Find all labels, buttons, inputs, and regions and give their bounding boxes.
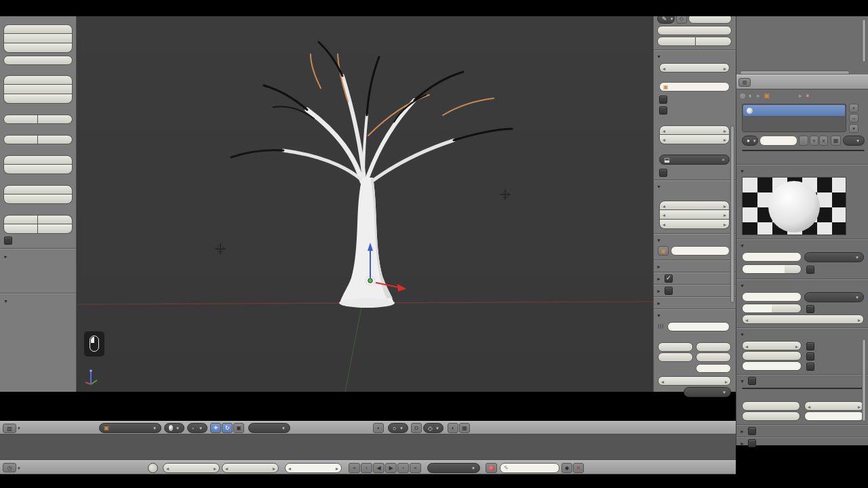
specular-expander-icon[interactable]: ▼ bbox=[740, 283, 745, 288]
ambient-slider[interactable] bbox=[742, 351, 802, 361]
autokey-record-button[interactable] bbox=[486, 463, 497, 473]
screencast-x-field[interactable] bbox=[696, 342, 731, 352]
mode-dropdown[interactable]: ▣▼ bbox=[99, 423, 161, 433]
translate-button[interactable] bbox=[3, 24, 73, 34]
gp-erase-button[interactable] bbox=[38, 224, 73, 234]
bg-images-checkbox[interactable] bbox=[665, 287, 673, 295]
lock-to-cursor-checkbox[interactable] bbox=[659, 96, 667, 104]
translucency-slider[interactable] bbox=[742, 361, 802, 371]
display-expander-icon[interactable]: ► bbox=[656, 264, 661, 269]
gp-draw-button[interactable] bbox=[3, 215, 38, 224]
timeline-ruler[interactable] bbox=[0, 434, 736, 460]
tangent-shading-checkbox[interactable] bbox=[806, 352, 814, 361]
screencast-mouse-size-field[interactable] bbox=[658, 352, 693, 362]
shading-mode-dropdown[interactable]: ▼ bbox=[164, 423, 184, 433]
material-new-button[interactable]: + bbox=[810, 136, 818, 146]
screencast-expander-icon[interactable]: ▼ bbox=[656, 313, 661, 318]
fresnel-field[interactable]: ◂▸ bbox=[804, 401, 864, 411]
local-camera-field[interactable]: ⬓× bbox=[659, 155, 730, 165]
snap-element-dropdown[interactable]: ◇▼ bbox=[423, 423, 443, 433]
gp-delete-frame-button[interactable] bbox=[657, 37, 696, 46]
repeat-last-button[interactable] bbox=[3, 185, 73, 195]
delete-keyframes-icon[interactable]: ✕ bbox=[573, 463, 584, 473]
diffuse-intensity-slider[interactable] bbox=[742, 264, 802, 274]
stop-display-button[interactable] bbox=[667, 322, 730, 331]
diffuse-expander-icon[interactable]: ▼ bbox=[740, 243, 745, 248]
transparency-specular-slider[interactable] bbox=[742, 411, 800, 421]
specular-ramp-checkbox[interactable] bbox=[806, 305, 814, 313]
pivot-dropdown[interactable]: ◦▼ bbox=[187, 423, 208, 433]
n-panel-scrollbar[interactable] bbox=[730, 125, 734, 303]
gp-line-button[interactable] bbox=[38, 215, 73, 224]
insert-keyframes-icon[interactable]: ◆ bbox=[561, 463, 572, 473]
fake-user-button[interactable] bbox=[799, 136, 808, 146]
cursor-x-field[interactable]: ◂▸ bbox=[659, 201, 730, 210]
blend-slider[interactable] bbox=[804, 411, 864, 421]
cursor-z-field[interactable]: ◂▸ bbox=[659, 220, 730, 229]
next-keyframe-button[interactable]: › bbox=[397, 463, 409, 473]
properties-editor-icon[interactable]: ▧ bbox=[738, 78, 751, 87]
item-panel-expander-icon[interactable]: ▼ bbox=[656, 238, 661, 243]
lock-object-field[interactable]: ▣ bbox=[659, 82, 730, 92]
proportional-edit-dropdown[interactable]: ○▼ bbox=[388, 423, 408, 433]
preview-expander-icon[interactable]: ▼ bbox=[740, 169, 745, 174]
diffuse-color-swatch[interactable] bbox=[742, 252, 802, 262]
play-button[interactable]: ▶ bbox=[385, 463, 397, 473]
material-nodes-button[interactable]: ▦ bbox=[831, 136, 841, 146]
orientations-expander-icon[interactable]: ► bbox=[656, 301, 661, 306]
mirror-checkbox[interactable] bbox=[748, 427, 756, 435]
material-slot-add-button[interactable]: + bbox=[849, 104, 859, 113]
transparency-checkbox[interactable] bbox=[748, 377, 756, 385]
gp-poly-button[interactable] bbox=[3, 224, 38, 234]
alpha-slider[interactable] bbox=[742, 401, 800, 411]
specular-color-swatch[interactable] bbox=[742, 292, 802, 302]
material-link-dropdown[interactable]: ▼ bbox=[843, 136, 865, 146]
lamp-marker-2[interactable] bbox=[215, 243, 226, 254]
history-button[interactable] bbox=[3, 195, 73, 204]
render-border-checkbox[interactable] bbox=[659, 169, 667, 177]
screencast-mouse-mode-dropdown[interactable]: ▼ bbox=[684, 387, 731, 397]
scale-button[interactable] bbox=[3, 43, 73, 53]
jump-to-start-button[interactable]: « bbox=[349, 463, 360, 473]
manipulator-scale-toggle[interactable]: ▣ bbox=[233, 423, 244, 433]
render-opengl-anim-icon[interactable]: ▦ bbox=[459, 423, 470, 433]
origin-button[interactable] bbox=[3, 56, 73, 65]
specular-intensity-slider[interactable] bbox=[742, 304, 802, 313]
viewport-3d[interactable] bbox=[77, 0, 653, 392]
bg-images-expander-icon[interactable]: ► bbox=[656, 289, 661, 293]
gp-convert-button[interactable] bbox=[696, 37, 732, 46]
calculate-paths-button[interactable] bbox=[3, 155, 73, 165]
rotate-button[interactable] bbox=[3, 34, 73, 43]
pin-icon[interactable]: ◎ bbox=[740, 92, 745, 99]
sketching-sessions-checkbox[interactable] bbox=[4, 237, 12, 245]
snap-magnet-icon[interactable]: Ω bbox=[411, 423, 422, 433]
outliner-v-scrollbar[interactable] bbox=[862, 19, 866, 62]
material-slot-specials-button[interactable]: ▾ bbox=[849, 124, 859, 133]
frame-end-field[interactable]: ◂▸ bbox=[222, 463, 279, 473]
material-name-field[interactable] bbox=[760, 136, 797, 146]
diffuse-ramp-checkbox[interactable] bbox=[806, 266, 814, 274]
jump-to-end-button[interactable]: » bbox=[410, 463, 421, 473]
material-unlink-button[interactable]: × bbox=[819, 136, 828, 146]
shade-smooth-button[interactable] bbox=[3, 115, 38, 124]
manipulator-translate-toggle[interactable]: ✛ bbox=[210, 423, 221, 433]
current-frame-field[interactable]: ◂▸ bbox=[285, 463, 342, 473]
screencast-color-swatch[interactable] bbox=[696, 364, 731, 373]
gp-new-layer-button[interactable] bbox=[657, 26, 732, 35]
emit-field[interactable]: ◂▸ bbox=[742, 341, 802, 350]
cursor-y-field[interactable]: ◂▸ bbox=[659, 210, 730, 220]
motion-tracking-expander-icon[interactable]: ► bbox=[656, 277, 661, 281]
material-slot-remove-button[interactable]: − bbox=[849, 114, 859, 123]
sync-dropdown[interactable]: ▼ bbox=[427, 463, 480, 473]
clear-paths-button[interactable] bbox=[3, 165, 73, 174]
delete-button[interactable] bbox=[3, 85, 73, 94]
play-reverse-button[interactable]: ◀ bbox=[373, 463, 384, 473]
lens-field[interactable]: ◂▸ bbox=[659, 63, 730, 73]
properties-scrollbar[interactable] bbox=[862, 339, 866, 422]
sss-checkbox[interactable] bbox=[748, 439, 756, 447]
sss-expander-icon[interactable]: ► bbox=[740, 441, 745, 446]
motion-tracking-checkbox[interactable] bbox=[665, 274, 673, 283]
shading-expander-icon[interactable]: ▼ bbox=[740, 332, 745, 337]
material-slot-selected[interactable] bbox=[743, 105, 845, 116]
prev-keyframe-button[interactable]: ‹ bbox=[361, 463, 372, 473]
